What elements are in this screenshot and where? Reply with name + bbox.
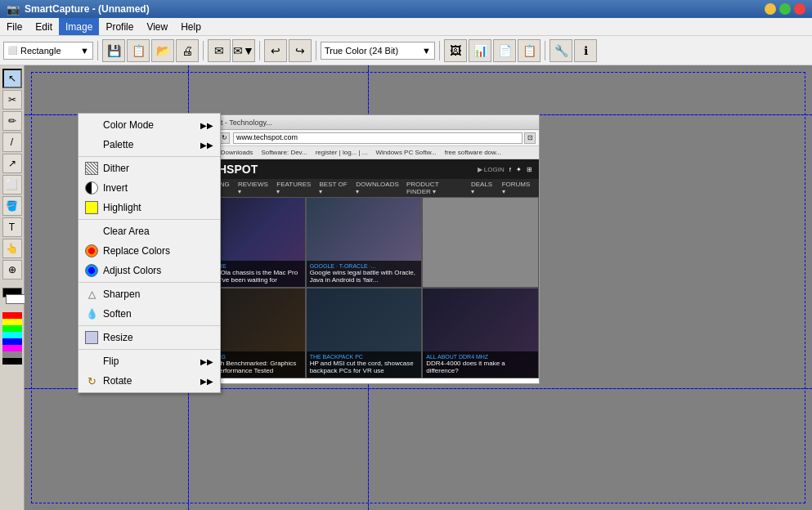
menu-item-color-mode[interactable]: Color Mode ▶ <box>79 115 220 135</box>
nav-product-finder[interactable]: PRODUCT FINDER ▾ <box>406 181 464 195</box>
browser-link-5[interactable]: free software dow... <box>442 149 504 156</box>
menu-image[interactable]: Image <box>59 18 99 35</box>
browser-link-3[interactable]: register | log... | ... <box>313 149 370 156</box>
article-2-category: GOOGLE · T-ORACLE ·... <box>310 263 419 269</box>
send-dropdown-button[interactable]: ✉▼ <box>232 39 255 62</box>
toolbar-separator-3 <box>259 41 260 60</box>
palette-arrow: ▶ <box>200 141 213 150</box>
print-button[interactable]: 🖨 <box>176 39 199 62</box>
canvas-area: TechSpot - Technology... ◀ ▶ ↻ www.techs… <box>25 65 812 510</box>
capture-type-label: Rectangle <box>20 46 61 56</box>
palette-icon <box>85 138 98 151</box>
nav-reviews[interactable]: REVIEWS ▾ <box>238 181 270 195</box>
color-gray[interactable] <box>2 351 22 358</box>
text-tool[interactable]: T <box>2 217 22 237</box>
nav-deals[interactable]: DEALS ▾ <box>471 181 496 195</box>
toolbar-separator-2 <box>203 41 204 60</box>
menu-item-palette[interactable]: Palette ▶ <box>79 135 220 154</box>
menu-separator-4 <box>79 325 220 326</box>
nav-features[interactable]: FEATURES ▾ <box>276 181 312 195</box>
login-button[interactable]: ▶ LOGIN <box>478 166 505 173</box>
menu-item-rotate[interactable]: ↻ Rotate ▶ <box>79 371 220 391</box>
menu-item-resize-label: Resize <box>103 332 133 343</box>
menu-item-palette-label: Palette <box>103 139 133 150</box>
nav-downloads[interactable]: DOWNLOADS ▾ <box>356 181 400 195</box>
menu-help[interactable]: Help <box>174 18 208 35</box>
redo-button[interactable]: ↪ <box>289 39 312 62</box>
nav-forums[interactable]: FORUMS ▾ <box>502 181 532 195</box>
rotate-arrow: ▶ <box>200 377 213 386</box>
color-yellow[interactable] <box>2 319 22 325</box>
article-3[interactable] <box>422 197 539 288</box>
menu-edit[interactable]: Edit <box>29 18 59 35</box>
undo-button[interactable]: ↩ <box>264 39 287 62</box>
select-tool[interactable]: ↖ <box>2 69 22 88</box>
address-field[interactable]: www.techspot.com <box>233 132 523 144</box>
article-2[interactable]: GOOGLE · T-ORACLE ·... Google wins legal… <box>306 197 423 288</box>
menu-profile[interactable]: Profile <box>99 18 140 35</box>
toolbar-separator-1 <box>97 41 98 60</box>
eyedropper-tool[interactable]: ⊕ <box>2 260 22 280</box>
menu-item-replace-colors[interactable]: Replace Colors <box>79 241 220 261</box>
color-magenta[interactable] <box>2 345 22 351</box>
line-tool[interactable]: / <box>2 132 22 152</box>
toolbar-separator-6 <box>545 41 545 60</box>
minimize-button[interactable] <box>765 3 776 15</box>
menu-view[interactable]: View <box>140 18 174 35</box>
menu-item-invert[interactable]: Invert <box>79 178 220 198</box>
color-green[interactable] <box>2 325 22 332</box>
flip-icon <box>85 355 98 368</box>
color-blue[interactable] <box>2 338 22 345</box>
menu-item-resize[interactable]: Resize <box>79 328 220 347</box>
maximize-button[interactable] <box>779 3 791 15</box>
go-button[interactable]: ⊡ <box>524 132 536 144</box>
browser-link-4[interactable]: Windows PC Softw... <box>373 149 438 156</box>
capture-type-arrow: ▼ <box>80 46 89 56</box>
crop-tool[interactable]: ✂ <box>2 90 22 110</box>
rect-tool[interactable]: ⬜ <box>2 175 22 195</box>
open-button[interactable]: 📂 <box>151 39 174 62</box>
menu-item-flip[interactable]: Flip ▶ <box>79 351 220 371</box>
social-f[interactable]: f <box>509 166 511 173</box>
menu-item-clear-area[interactable]: Clear Area <box>79 221 220 241</box>
browser-link-2[interactable]: Software: Dev... <box>258 149 309 156</box>
social-rss[interactable]: ⊞ <box>527 166 532 173</box>
arrow-tool[interactable]: ↗ <box>2 154 22 173</box>
menu-item-highlight-label: Highlight <box>103 202 141 213</box>
color-mode-dropdown[interactable]: True Color (24 Bit) ▼ <box>321 42 435 60</box>
social-t[interactable]: ✦ <box>516 166 522 173</box>
background-color[interactable] <box>6 294 25 304</box>
save-button[interactable]: 💾 <box>102 39 125 62</box>
capture-type-dropdown[interactable]: ⬜ Rectangle ▼ <box>3 42 93 60</box>
menu-item-highlight[interactable]: Highlight <box>79 198 220 217</box>
view-btn-4[interactable]: 📋 <box>518 39 541 62</box>
articles-grid: HARDWARE Cryorig's Ola chassis is the Ma… <box>189 197 539 378</box>
save-copy-button[interactable]: 📋 <box>127 39 150 62</box>
fill-tool[interactable]: 🪣 <box>2 196 22 216</box>
pencil-tool[interactable]: ✏ <box>2 111 22 131</box>
rotate-icon: ↻ <box>85 374 98 387</box>
info-button[interactable]: ℹ <box>574 39 597 62</box>
menu-item-dither[interactable]: Dither <box>79 159 220 178</box>
menu-item-adjust-colors[interactable]: Adjust Colors <box>79 261 220 280</box>
menu-item-color-mode-label: Color Mode <box>103 119 154 131</box>
effects-btn-1[interactable]: 🔧 <box>550 39 572 62</box>
article-5[interactable]: THE BACKPACK PC HP and MSI cut the cord,… <box>306 288 423 378</box>
color-cyan[interactable] <box>2 332 22 338</box>
flip-arrow: ▶ <box>200 357 213 366</box>
view-btn-1[interactable]: 🖼 <box>444 39 467 62</box>
menu-item-soften[interactable]: 💧 Soften <box>79 304 220 324</box>
view-btn-2[interactable]: 📊 <box>469 39 491 62</box>
color-black[interactable] <box>2 358 22 365</box>
article-6[interactable]: ALL ABOUT DDR4 MHZ DDR4-4000 does it mak… <box>422 288 539 378</box>
menu-file[interactable]: File <box>0 18 29 35</box>
nav-best-of[interactable]: BEST OF ▾ <box>319 181 349 195</box>
menu-item-sharpen[interactable]: △ Sharpen <box>79 284 220 304</box>
color-red[interactable] <box>2 312 22 319</box>
replace-colors-icon <box>85 244 98 257</box>
stamp-tool[interactable]: 👆 <box>2 239 22 258</box>
send-email-button[interactable]: ✉ <box>208 39 231 62</box>
menu-item-adjust-colors-label: Adjust Colors <box>103 265 161 276</box>
close-button[interactable] <box>794 3 805 15</box>
view-btn-3[interactable]: 📄 <box>493 39 516 62</box>
